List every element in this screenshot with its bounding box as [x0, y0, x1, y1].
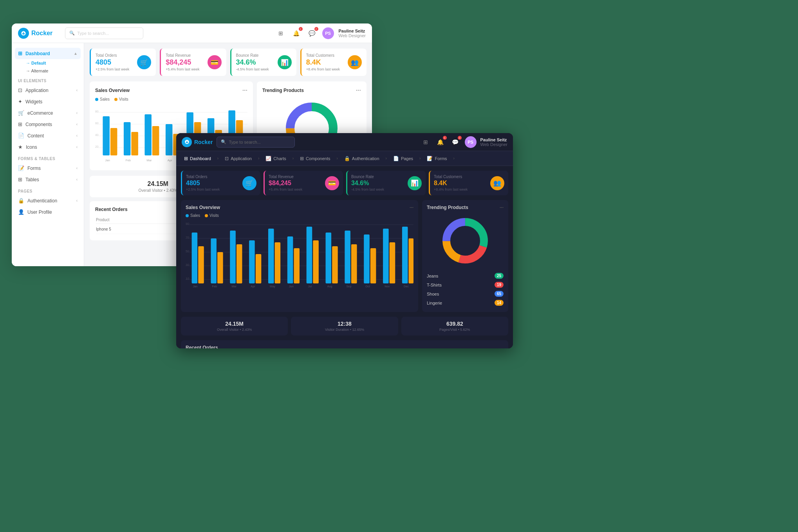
sidebar-sub-default[interactable]: → Default — [12, 59, 84, 67]
sidebar-sub-alternate[interactable]: → Alternate — [12, 67, 84, 75]
nav-item-dashboard[interactable]: ⊞ Dashboard — [180, 154, 215, 163]
dark-stat-customers: Total Customers 8.4K +8.4% from last wee… — [429, 171, 508, 195]
notification-bell-btn[interactable]: 🔔 1 — [291, 28, 302, 39]
nav-auth-icon: 🔒 — [344, 156, 350, 161]
dark-search-bar[interactable]: 🔍 Type to search... — [217, 137, 295, 148]
sidebar-item-components[interactable]: ⊞ Components ‹ — [12, 119, 84, 130]
svg-rect-44 — [192, 233, 198, 283]
ui-elements-label: UI ELEMENTS — [12, 75, 84, 85]
dark-metrics-row: 24.15M Overall Visitor • 2.43% 12:38 Vis… — [181, 317, 508, 335]
sales-dot — [95, 98, 98, 101]
svg-rect-67 — [409, 238, 413, 283]
dark-logo-icon — [182, 137, 192, 147]
dashboard-icon: ⊞ — [18, 50, 22, 56]
sidebar-item-application[interactable]: ⊡ Application ‹ — [12, 85, 84, 96]
dark-bell-btn[interactable]: 🔔 1 — [435, 137, 446, 148]
svg-rect-9 — [110, 128, 117, 155]
sidebar-item-ecommerce[interactable]: 🛒 eCommerce ‹ — [12, 107, 84, 119]
jeans-badge: 25 — [495, 273, 504, 279]
sidebar-item-authentication[interactable]: 🔒 Authentication ‹ — [12, 195, 84, 206]
dark-donut-chart — [438, 213, 493, 268]
application-arrow: ‹ — [76, 88, 78, 92]
nav-forms-icon: 📝 — [427, 156, 433, 161]
nav-item-application[interactable]: ⊡ Application — [221, 154, 256, 163]
dark-sales-menu[interactable]: ··· — [410, 205, 413, 210]
grid-icon-btn[interactable]: ⊞ — [275, 28, 286, 39]
svg-text:Jan: Jan — [193, 285, 198, 288]
dark-bounce-icon: 📊 — [408, 176, 422, 190]
nav-item-charts[interactable]: 📈 Charts — [262, 154, 290, 163]
nav-item-components[interactable]: ⊞ Components — [296, 154, 334, 163]
dark-revenue-icon: 💳 — [325, 176, 339, 190]
nav-pages-icon: 📄 — [393, 156, 399, 161]
sales-menu-btn[interactable]: ··· — [242, 87, 247, 94]
dark-sales-dot — [186, 214, 189, 217]
sidebar-item-tables[interactable]: ⊞ Tables ‹ — [12, 174, 84, 185]
svg-text:Oct: Oct — [365, 285, 370, 288]
dark-stat-orders: Total Orders 4805 +2.5% from last week 🛒 — [181, 171, 260, 195]
dark-user-info: Pauline Seitz Web Designer — [480, 137, 508, 147]
dark-visits-dot — [205, 214, 208, 217]
svg-rect-10 — [124, 122, 131, 155]
dark-orders-title: Recent Orders — [186, 345, 504, 348]
svg-text:Feb: Feb — [212, 285, 217, 288]
dark-metric-duration: 12:38 Visitor Duration • 12.65% — [291, 317, 398, 335]
svg-text:40: 40 — [95, 133, 99, 137]
nav-dashboard-icon: ⊞ — [184, 156, 188, 161]
dark-grid-btn[interactable]: ⊞ — [420, 137, 431, 148]
icons-icon: ★ — [18, 144, 23, 150]
dark-sales-title: Sales Overview ··· — [186, 205, 413, 210]
dark-revenue-info: Total Revenue $84,245 +5.4% from last we… — [269, 175, 322, 191]
customers-icon: 👥 — [348, 55, 362, 69]
svg-text:Mar: Mar — [146, 159, 152, 162]
sidebar-item-widgets[interactable]: ✦ Widgets — [12, 96, 84, 107]
bounce-icon: 📊 — [278, 55, 292, 69]
sidebar-item-dashboard[interactable]: ⊞ Dashboard ▲ — [15, 48, 81, 59]
message-icon-btn[interactable]: 💬 2 — [307, 28, 318, 39]
dark-notification-badge: 1 — [443, 136, 447, 140]
trending-menu-btn[interactable]: ··· — [356, 87, 361, 94]
svg-text:30: 30 — [186, 263, 190, 267]
svg-text:Sep: Sep — [347, 285, 352, 288]
dark-stat-revenue: Total Revenue $84,245 +5.4% from last we… — [264, 171, 343, 195]
stat-card-customers: Total Customers 8.4K +8.4% from last wee… — [300, 49, 367, 76]
user-avatar[interactable]: PS — [322, 27, 334, 39]
shoes-badge: 65 — [495, 291, 504, 297]
dark-logo-text: Rocker — [194, 139, 213, 145]
dark-customers-icon: 👥 — [490, 176, 504, 190]
nav-item-pages[interactable]: 📄 Pages — [389, 154, 417, 163]
user-info: Pauline Seitz Web Designer — [339, 29, 366, 38]
dark-trending-title: Trending Products ··· — [427, 205, 504, 210]
light-sidebar: ⊞ Dashboard ▲ → Default → Alternate UI E… — [12, 43, 84, 266]
light-stat-cards: Total Orders 4805 +2.5% from last week 🛒… — [90, 49, 367, 76]
sidebar-item-content[interactable]: 📄 Content ‹ — [12, 130, 84, 141]
svg-text:90: 90 — [186, 222, 190, 225]
stat-card-revenue: Total Revenue $84,245 +5.4% from last we… — [160, 49, 226, 76]
notification-badge: 1 — [299, 27, 303, 31]
forms-icon: 📝 — [18, 165, 24, 171]
svg-rect-51 — [256, 254, 262, 283]
dark-bar-chart-svg: 90 70 50 30 10 — [186, 221, 413, 291]
dark-sales-card: Sales Overview ··· Sales Visits — [181, 200, 418, 312]
sidebar-item-userprofile[interactable]: 👤 User Profile — [12, 206, 84, 218]
sidebar-item-icons[interactable]: ★ Icons ‹ — [12, 141, 84, 153]
components-icon: ⊞ — [18, 121, 22, 127]
nav-item-authentication[interactable]: 🔒 Authentication — [340, 154, 383, 163]
dark-trending-menu[interactable]: ··· — [500, 205, 504, 210]
dark-msg-btn[interactable]: 💬 2 — [450, 137, 461, 148]
light-search-bar[interactable]: 🔍 Type to search... — [65, 27, 143, 39]
dark-visits-legend: Visits — [205, 213, 219, 218]
sidebar-item-forms[interactable]: 📝 Forms ‹ — [12, 162, 84, 174]
svg-text:Jul: Jul — [308, 285, 312, 288]
svg-text:60: 60 — [95, 121, 99, 125]
svg-rect-13 — [152, 126, 159, 155]
nav-item-forms[interactable]: 📝 Forms — [423, 154, 451, 163]
svg-text:Feb: Feb — [126, 159, 131, 162]
light-logo-text: Rocker — [31, 30, 52, 37]
svg-text:Apr: Apr — [251, 285, 255, 288]
svg-rect-52 — [268, 229, 274, 283]
dark-recent-orders: Recent Orders Product Photo Product ID S… — [181, 340, 508, 348]
sales-overview-title: Sales Overview ··· — [95, 87, 247, 94]
dark-user-avatar[interactable]: PS — [465, 136, 477, 148]
svg-rect-64 — [383, 229, 389, 283]
